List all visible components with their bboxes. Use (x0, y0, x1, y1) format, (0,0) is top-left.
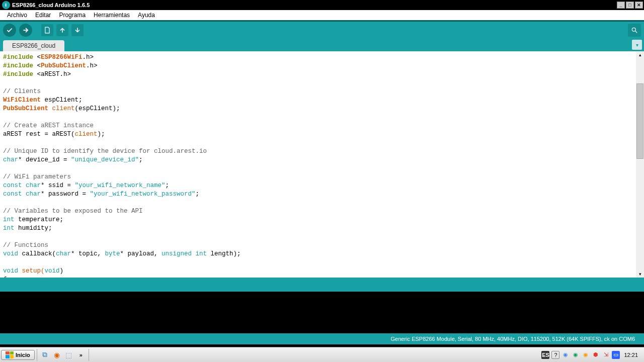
close-button[interactable]: ✕ (635, 2, 643, 9)
chrome-tray-icon[interactable]: ◉ (561, 351, 570, 359)
usb-tray-icon[interactable]: ⇲ (602, 351, 610, 359)
windows-logo-icon (6, 351, 14, 358)
menu-herramientas[interactable]: Herramientas (90, 11, 134, 20)
scroll-thumb[interactable] (636, 83, 643, 159)
status-bar: Generic ESP8266 Module, Serial, 80 MHz, … (0, 333, 644, 344)
explorer-icon[interactable]: ⧉ (40, 350, 49, 359)
magnifier-icon (631, 27, 638, 34)
board-status-text: Generic ESP8266 Module, Serial, 80 MHz, … (391, 336, 635, 342)
firefox-icon[interactable]: ◉ (52, 350, 61, 359)
message-bar (0, 278, 644, 292)
menu-ayuda[interactable]: Ayuda (134, 11, 159, 20)
output-console[interactable] (0, 292, 644, 333)
file-icon (44, 27, 51, 34)
toolbar (0, 20, 644, 38)
window-title: ESP8266_cloud Arduino 1.6.5 (12, 2, 617, 8)
sketch-tab[interactable]: ESP8266_cloud (3, 40, 64, 51)
code-editor[interactable]: #include <ESP8266WiFi.h> #include <PubSu… (0, 51, 644, 278)
taskbar-clock[interactable]: 12:21 (622, 352, 640, 358)
open-sketch-button[interactable] (56, 24, 68, 36)
security-tray-icon[interactable]: ⬢ (592, 351, 600, 359)
menu-bar: Archivo Editar Programa Herramientas Ayu… (0, 10, 644, 20)
maximize-button[interactable]: □ (626, 2, 634, 9)
windows-taskbar: Inicio ⧉ ◉ ⬚ » ES ? ◉ ◉ ◉ ⬢ ⇲ ▭ 12:21 (0, 347, 644, 362)
cube-app-icon[interactable]: ⬚ (64, 350, 73, 359)
start-label: Inicio (16, 352, 30, 358)
serial-monitor-button[interactable] (628, 24, 641, 37)
menu-editar[interactable]: Editar (31, 11, 55, 20)
tab-menu-button[interactable] (632, 40, 642, 50)
quick-launch-more[interactable]: » (76, 350, 86, 359)
upload-button[interactable] (19, 24, 32, 37)
scroll-up-icon[interactable]: ▴ (636, 51, 643, 58)
minimize-button[interactable]: _ (617, 2, 625, 9)
menu-archivo[interactable]: Archivo (3, 11, 31, 20)
check-icon (6, 27, 13, 34)
system-tray: ES ? ◉ ◉ ◉ ⬢ ⇲ ▭ 12:21 (538, 351, 643, 359)
editor-scrollbar[interactable]: ▴ ▾ (636, 51, 644, 278)
new-sketch-button[interactable] (41, 24, 53, 36)
verify-button[interactable] (3, 24, 16, 37)
language-indicator[interactable]: ES (541, 351, 549, 359)
arrow-up-icon (59, 27, 66, 34)
quick-launch: ⧉ ◉ ⬚ » (37, 349, 89, 361)
sync-tray-icon[interactable]: ◉ (572, 351, 580, 359)
code-editor-wrap: #include <ESP8266WiFi.h> #include <PubSu… (0, 51, 644, 278)
save-sketch-button[interactable] (71, 24, 84, 36)
tab-row: ESP8266_cloud (0, 38, 644, 51)
help-icon[interactable]: ? (551, 351, 559, 359)
update-tray-icon[interactable]: ◉ (582, 351, 590, 359)
svg-point-0 (632, 28, 635, 31)
arrow-right-icon (22, 27, 29, 34)
window-titlebar: ESP8266_cloud Arduino 1.6.5 _ □ ✕ (0, 0, 644, 10)
start-button[interactable]: Inicio (1, 350, 35, 360)
arrow-down-icon (74, 27, 81, 34)
menu-programa[interactable]: Programa (55, 11, 90, 20)
scroll-down-icon[interactable]: ▾ (636, 270, 643, 278)
arduino-app-icon (2, 1, 10, 9)
monitor-tray-icon[interactable]: ▭ (612, 351, 620, 359)
